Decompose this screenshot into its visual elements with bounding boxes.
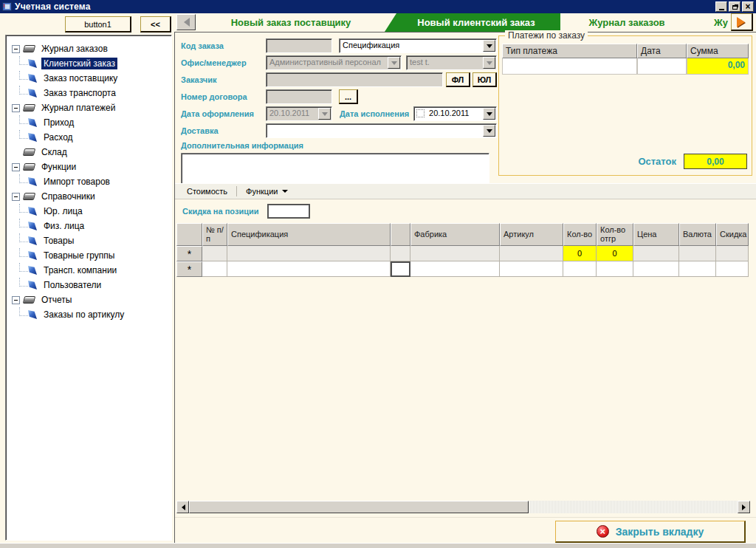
collapse-node-icon[interactable]: [12, 104, 20, 112]
payments-col-date[interactable]: Дата: [637, 44, 687, 58]
tree-item-fiz-lica[interactable]: Физ. лица: [6, 219, 171, 233]
tree-item-spravochniki[interactable]: Справочники: [6, 189, 171, 204]
dropdown-button[interactable]: [483, 57, 495, 69]
dropdown-button[interactable]: [483, 108, 495, 120]
order-code-input[interactable]: [266, 38, 332, 53]
payment-sum-cell[interactable]: 0,00: [687, 58, 749, 75]
cell-price[interactable]: [633, 246, 679, 261]
col-price[interactable]: Цена: [633, 223, 679, 246]
cell-discount[interactable]: [716, 261, 749, 277]
date-due-picker[interactable]: 20.10.2011: [413, 106, 497, 121]
row-marker[interactable]: *: [176, 261, 202, 277]
tree-item-prihod[interactable]: Приход: [6, 115, 171, 130]
col-article[interactable]: Артикул: [500, 223, 563, 246]
scroll-tabs-right-button[interactable]: [731, 13, 753, 31]
position-discount-input[interactable]: [267, 204, 310, 219]
restore-button[interactable]: [729, 1, 740, 12]
cell-qty[interactable]: [563, 261, 597, 277]
payment-type-cell[interactable]: [502, 58, 637, 75]
tree-item-zakaz-postavschiku[interactable]: Заказ поставщику: [6, 71, 171, 86]
cell-qty-shipped[interactable]: [597, 261, 633, 277]
cell-article[interactable]: [500, 246, 563, 261]
payments-col-type[interactable]: Тип платежа: [502, 44, 637, 58]
dropdown-button[interactable]: [483, 40, 495, 52]
col-qty[interactable]: Кол-во: [563, 223, 597, 246]
scroll-left-button[interactable]: [176, 501, 189, 513]
tree-item-zhurnal-zakazov[interactable]: Журнал заказов: [6, 41, 171, 56]
manager-dropdown[interactable]: test t.: [406, 55, 497, 70]
col-number[interactable]: № п/п: [202, 223, 227, 246]
tab-truncated[interactable]: Жу: [697, 13, 729, 32]
col-currency[interactable]: Валюта: [679, 223, 716, 246]
tree-item-transp-kompanii[interactable]: Трансп. компании: [6, 263, 171, 278]
tab-order-journal[interactable]: Журнал заказов: [560, 13, 693, 32]
collapse-node-icon[interactable]: [12, 193, 20, 201]
tree-item-sklad[interactable]: Склад: [6, 145, 171, 160]
row-marker[interactable]: *: [176, 246, 202, 261]
close-button[interactable]: [742, 1, 754, 12]
cell-number[interactable]: [202, 246, 227, 261]
dropdown-button[interactable]: [388, 57, 400, 69]
col-discount[interactable]: Скидка: [716, 223, 749, 246]
tree-item-polzovateli[interactable]: Пользователи: [6, 278, 171, 292]
cell-factory[interactable]: [410, 261, 500, 277]
payments-col-sum[interactable]: Сумма: [687, 44, 749, 58]
col-qty-shipped[interactable]: Кол-во отгр: [597, 223, 633, 246]
tree-item-rashod[interactable]: Расход: [6, 130, 171, 145]
cell-currency[interactable]: [679, 246, 716, 261]
tree-item-zakazy-po-artikulu[interactable]: Заказы по артикулу: [6, 307, 171, 322]
fl-button[interactable]: ФЛ: [446, 72, 470, 87]
tree-item-tovarnye-gruppy[interactable]: Товарные группы: [6, 248, 171, 263]
dropdown-button[interactable]: [483, 125, 495, 137]
ul-button[interactable]: ЮЛ: [472, 72, 497, 87]
cell-qty[interactable]: 0: [563, 246, 597, 261]
delivery-dropdown[interactable]: [266, 123, 497, 138]
tree-item-yur-lica[interactable]: Юр. лица: [6, 204, 171, 219]
col-row-header[interactable]: [176, 223, 202, 246]
button1[interactable]: button1: [65, 16, 131, 32]
cell-article[interactable]: [500, 261, 563, 277]
contract-number-input[interactable]: [266, 89, 332, 104]
cost-menu-button[interactable]: Стоимость: [179, 185, 235, 197]
scroll-tabs-left-button[interactable]: [176, 14, 196, 30]
scrollbar-track[interactable]: [529, 501, 738, 513]
extra-info-textarea[interactable]: [181, 153, 489, 184]
cell-specification[interactable]: [227, 246, 391, 261]
due-date-checkbox[interactable]: [416, 109, 425, 117]
payment-date-cell[interactable]: [637, 58, 687, 75]
customer-input[interactable]: [266, 72, 443, 87]
collapse-sidebar-button[interactable]: <<: [140, 16, 171, 32]
cell-discount[interactable]: [716, 246, 749, 261]
collapse-node-icon[interactable]: [12, 163, 20, 171]
current-cell[interactable]: [391, 261, 410, 277]
cell-number[interactable]: [202, 261, 227, 277]
horizontal-scrollbar[interactable]: [176, 501, 750, 513]
scroll-right-button[interactable]: [738, 501, 750, 513]
cell-blank[interactable]: [391, 246, 410, 261]
functions-menu-button[interactable]: Функции: [238, 185, 295, 197]
dropdown-button[interactable]: [318, 108, 331, 120]
col-blank[interactable]: [391, 223, 410, 246]
cell-qty-shipped[interactable]: 0: [597, 246, 633, 261]
collapse-node-icon[interactable]: [12, 296, 20, 304]
col-factory[interactable]: Фабрика: [410, 223, 500, 246]
cell-factory[interactable]: [410, 246, 500, 261]
office-dropdown[interactable]: Административный персонал: [266, 55, 402, 70]
tab-new-client-order[interactable]: Новый клиентский заказ: [385, 13, 560, 32]
tree-item-import-tovarov[interactable]: Импорт товаров: [6, 174, 171, 189]
tree-item-zakaz-transporta[interactable]: Заказ транспорта: [6, 86, 171, 100]
date-created-picker[interactable]: 20.10.2011: [266, 106, 332, 121]
tree-item-funkcii[interactable]: Функции: [6, 160, 171, 174]
close-tab-button[interactable]: Закрыть вкладку: [555, 521, 746, 543]
minimize-button[interactable]: [715, 1, 727, 12]
cell-price[interactable]: [633, 261, 679, 277]
tree-item-otchety[interactable]: Отчеты: [6, 292, 171, 307]
collapse-node-icon[interactable]: [12, 45, 20, 53]
tab-new-supplier-order[interactable]: Новый заказ поставщику: [197, 13, 385, 32]
scrollbar-thumb[interactable]: [189, 501, 529, 513]
cell-currency[interactable]: [679, 261, 716, 277]
tree-item-zhurnal-platezhey[interactable]: Журнал платежей: [6, 100, 171, 115]
col-specification[interactable]: Спецификация: [227, 223, 391, 246]
cell-specification[interactable]: [227, 261, 391, 277]
tree-item-tovary[interactable]: Товары: [6, 233, 171, 248]
